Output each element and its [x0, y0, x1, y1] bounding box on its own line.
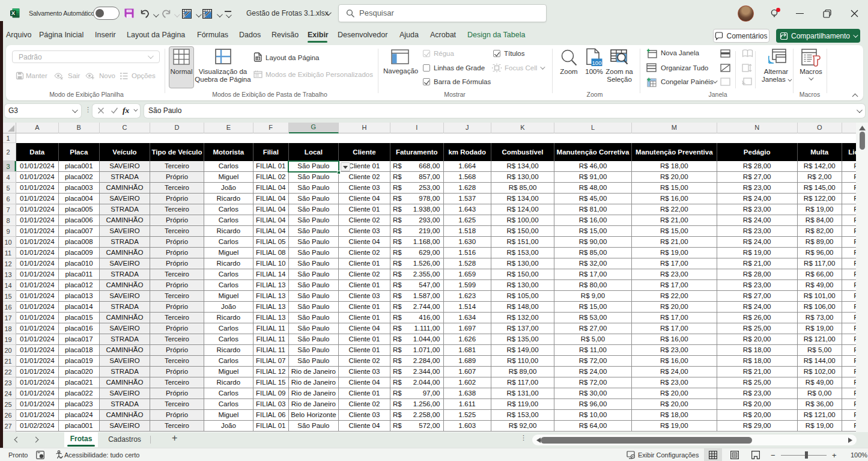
svg-text:X: X — [11, 10, 16, 16]
svg-text:100: 100 — [592, 60, 602, 66]
